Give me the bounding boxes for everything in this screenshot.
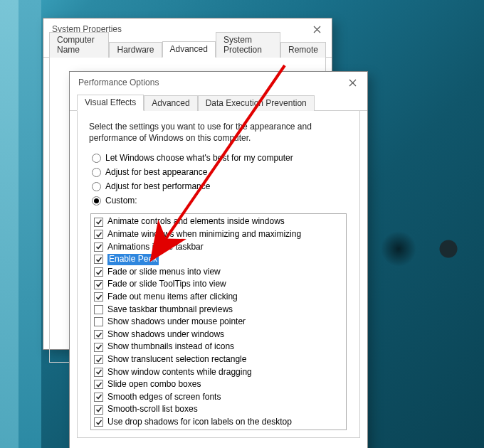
radio-option[interactable]: Let Windows choose what's best for my co… — [92, 151, 348, 165]
checkbox-label: Show shadows under windows — [107, 329, 224, 341]
radio-icon[interactable] — [92, 182, 101, 191]
titlebar[interactable]: Performance Options — [70, 72, 367, 93]
checkbox-label: Save taskbar thumbnail previews — [107, 304, 233, 316]
checkbox-icon[interactable] — [94, 317, 103, 326]
checkbox-label: Show translucent selection rectangle — [107, 354, 246, 366]
checkbox-label: Smooth edges of screen fonts — [107, 392, 221, 403]
checkbox-label: Slide open combo boxes — [107, 379, 201, 390]
checkbox-option[interactable]: Show thumbnails instead of icons — [94, 341, 343, 353]
checkbox-label: Show thumbnails instead of icons — [107, 341, 234, 353]
checkbox-icon[interactable] — [94, 368, 103, 377]
checkbox-option[interactable]: Show translucent selection rectangle — [94, 353, 343, 366]
checkbox-option[interactable]: Fade or slide ToolTips into view — [94, 278, 343, 291]
checkbox-icon[interactable] — [94, 218, 103, 227]
radio-option[interactable]: Adjust for best appearance — [92, 165, 348, 179]
checkbox-icon[interactable] — [94, 255, 103, 264]
checkbox-label: Use drop shadows for icon labels on the … — [107, 417, 292, 428]
checkbox-label: Enable Peek — [107, 254, 159, 265]
bg-figure — [434, 235, 463, 263]
checkbox-label: Fade or slide menus into view — [107, 267, 221, 278]
checkbox-option[interactable]: Smooth-scroll list boxes — [94, 403, 343, 416]
checkbox-label: Show shadows under mouse pointer — [107, 316, 246, 328]
tab[interactable]: Remote — [280, 42, 326, 58]
radio-option[interactable]: Custom: — [92, 193, 348, 208]
checkbox-label: Smooth-scroll list boxes — [107, 404, 198, 415]
tabstrip: Visual EffectsAdvancedData Execution Pre… — [70, 93, 367, 111]
bg-panel — [0, 0, 19, 448]
checkbox-label: Show window contents while dragging — [107, 367, 252, 378]
close-button[interactable] — [307, 21, 326, 37]
checkbox-label: Fade out menu items after clicking — [107, 292, 238, 303]
tab[interactable]: Advanced — [144, 95, 197, 111]
radio-icon[interactable] — [92, 168, 101, 177]
radio-label: Adjust for best appearance — [105, 167, 207, 177]
checkbox-option[interactable]: Animate windows when minimizing and maxi… — [94, 228, 343, 241]
tab[interactable]: System Protection — [216, 32, 280, 58]
checkbox-option[interactable]: Smooth edges of screen fonts — [94, 391, 343, 404]
desktop-background: System Properties Computer NameHardwareA… — [0, 0, 484, 448]
checkbox-option[interactable]: Save taskbar thumbnail previews — [94, 304, 343, 316]
checkbox-icon[interactable] — [94, 230, 103, 239]
checkbox-icon[interactable] — [94, 305, 103, 314]
tab[interactable]: Hardware — [109, 42, 162, 58]
performance-options-window: Performance Options Visual EffectsAdvanc… — [69, 71, 368, 448]
checkbox-option[interactable]: Slide open combo boxes — [94, 378, 343, 391]
checkbox-icon[interactable] — [94, 393, 103, 402]
radio-icon[interactable] — [92, 196, 101, 206]
checkbox-option[interactable]: Enable Peek — [94, 253, 343, 266]
checkbox-label: Fade or slide ToolTips into view — [107, 279, 226, 290]
checkbox-option[interactable]: Animations in the taskbar — [94, 241, 343, 254]
checkbox-icon[interactable] — [94, 380, 103, 389]
tab[interactable]: Advanced — [162, 41, 216, 58]
intro-text: Select the settings you want to use for … — [89, 118, 348, 151]
checkbox-icon[interactable] — [94, 267, 103, 277]
tab[interactable]: Computer Name — [49, 32, 109, 58]
checkbox-label: Animate controls and elements inside win… — [107, 216, 285, 228]
checkbox-icon[interactable] — [94, 242, 103, 252]
checkbox-icon[interactable] — [94, 343, 103, 352]
tabstrip: Computer NameHardwareAdvancedSystem Prot… — [43, 40, 332, 58]
radio-icon[interactable] — [92, 154, 101, 163]
checkbox-option[interactable]: Animate controls and elements inside win… — [94, 215, 343, 228]
checkbox-list[interactable]: Animate controls and elements inside win… — [90, 213, 347, 430]
checkbox-option[interactable]: Show shadows under windows — [94, 329, 343, 341]
checkbox-label: Animations in the taskbar — [107, 242, 204, 253]
tab-content: Select the settings you want to use for … — [77, 111, 360, 438]
radio-group: Let Windows choose what's best for my co… — [89, 151, 348, 213]
checkbox-icon[interactable] — [94, 292, 103, 302]
checkbox-icon[interactable] — [94, 417, 103, 427]
tab[interactable]: Visual Effects — [77, 95, 144, 111]
radio-label: Custom: — [105, 196, 137, 206]
checkbox-option[interactable]: Use drop shadows for icon labels on the … — [94, 416, 343, 429]
checkbox-option[interactable]: Show window contents while dragging — [94, 366, 343, 379]
checkbox-option[interactable]: Fade or slide menus into view — [94, 266, 343, 279]
window-title: Performance Options — [78, 78, 343, 87]
checkbox-option[interactable]: Fade out menu items after clicking — [94, 291, 343, 304]
checkbox-icon[interactable] — [94, 405, 103, 415]
checkbox-label: Animate windows when minimizing and maxi… — [107, 229, 301, 240]
close-button[interactable] — [343, 75, 362, 90]
radio-label: Let Windows choose what's best for my co… — [105, 153, 293, 163]
checkbox-icon[interactable] — [94, 330, 103, 339]
tab[interactable]: Data Execution Prevention — [198, 95, 315, 111]
checkbox-option[interactable]: Show shadows under mouse pointer — [94, 316, 343, 329]
radio-label: Adjust for best performance — [105, 181, 210, 191]
checkbox-icon[interactable] — [94, 280, 103, 289]
radio-option[interactable]: Adjust for best performance — [92, 179, 348, 193]
bg-panel — [19, 0, 41, 448]
checkbox-icon[interactable] — [94, 355, 103, 364]
